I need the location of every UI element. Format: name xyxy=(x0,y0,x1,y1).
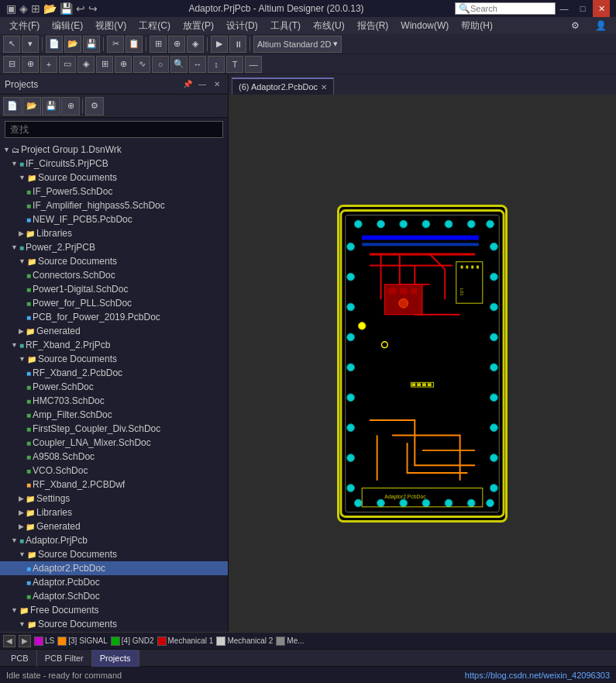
menu-edit[interactable]: 编辑(E) xyxy=(46,18,89,34)
tb-open-btn[interactable]: 📂 xyxy=(64,36,81,53)
layer-mechanical2[interactable]: Mechanical 2 xyxy=(216,636,273,646)
layer-gnd2[interactable]: [4] GND2 xyxy=(111,636,154,646)
sidebar-new-file-btn[interactable]: 📄 xyxy=(3,97,22,116)
close-button[interactable]: ✕ xyxy=(593,0,610,17)
layer-nav-left[interactable]: ◀ xyxy=(3,635,15,647)
tb-grid-btn[interactable]: ⊞ xyxy=(150,36,167,53)
tb-select-dropdown[interactable]: ▾ xyxy=(22,36,39,53)
tree-item-free-source[interactable]: ▼ 📁 Source Documents xyxy=(0,617,228,631)
tree-item-rf-libraries[interactable]: ▶ 📁 Libraries xyxy=(0,505,228,519)
tb-select-btn[interactable]: ↖ xyxy=(3,36,20,53)
standard-2d-dropdown[interactable]: Altium Standard 2D ▾ xyxy=(253,36,342,53)
tree-item-a9508[interactable]: ■ A9508.SchDoc xyxy=(0,450,228,464)
tb-copy-btn[interactable]: 📋 xyxy=(126,36,143,53)
tree-item-if-source-docs[interactable]: ▼ 📁 Source Documents xyxy=(0,171,228,185)
tree-item-rf-power[interactable]: ■ Power.SchDoc xyxy=(0,380,228,394)
tree-item-adaptor-sch[interactable]: ■ Adaptor.SchDoc xyxy=(0,589,228,603)
tb2-circle-btn[interactable]: ○ xyxy=(152,56,169,73)
menu-view[interactable]: 视图(V) xyxy=(89,18,132,34)
tb-cut-btn[interactable]: ✂ xyxy=(107,36,124,53)
tb-layer-btn[interactable]: ◈ xyxy=(187,36,204,53)
tb-pause-btn[interactable]: ⏸ xyxy=(229,36,246,53)
sidebar-open-btn[interactable]: 📂 xyxy=(22,97,41,116)
tree-item-vco[interactable]: ■ VCO.SchDoc xyxy=(0,464,228,478)
tb2-grid-btn[interactable]: ⊞ xyxy=(96,56,113,73)
tree-item-hmc703[interactable]: ■ HMC703.SchDoc xyxy=(0,394,228,408)
menu-tools[interactable]: 工具(T) xyxy=(264,18,307,34)
tb2-place-btn[interactable]: ⊕ xyxy=(115,56,132,73)
tree-item-adaptor[interactable]: ▼ ■ Adaptor.PrjPcb xyxy=(0,533,228,547)
tb-new-btn[interactable]: 📄 xyxy=(46,36,63,53)
maximize-button[interactable]: □ xyxy=(574,0,591,17)
tree-item-amp-filter[interactable]: ■ Amp_Filter.SchDoc xyxy=(0,408,228,422)
sidebar-minimize-btn[interactable]: — xyxy=(196,78,208,91)
tb2-measure-v-btn[interactable]: ↕ xyxy=(208,56,225,73)
menu-help[interactable]: 帮助(H) xyxy=(455,18,499,34)
tree-item-rf-xband2[interactable]: ▼ ■ RF_Xband_2.PrjPcb xyxy=(0,338,228,352)
tree-item-pfga2[interactable]: ■ PFGA_2.PcbDoc xyxy=(0,631,228,632)
menu-design[interactable]: 设计(D) xyxy=(220,18,264,34)
tree-item-if-libraries[interactable]: ▶ 📁 Libraries xyxy=(0,226,228,240)
tb2-add-btn[interactable]: + xyxy=(40,56,57,73)
tb2-measure-h-btn[interactable]: ↔ xyxy=(189,56,206,73)
doc-tab-close-icon[interactable]: ✕ xyxy=(321,83,327,91)
sidebar-pin-btn[interactable]: 📌 xyxy=(181,78,194,91)
tree-item-adaptor-pcb[interactable]: ■ Adaptor.PcbDoc xyxy=(0,575,228,589)
layer-me[interactable]: Me... xyxy=(276,636,304,646)
tree-item-rf-generated[interactable]: ▶ 📁 Generated xyxy=(0,519,228,533)
tb2-line-btn[interactable]: — xyxy=(245,56,262,73)
tb-snap-btn[interactable]: ⊕ xyxy=(168,36,185,53)
tab-pcb-filter[interactable]: PCB Filter xyxy=(37,650,92,667)
menu-file[interactable]: 文件(F) xyxy=(3,18,46,34)
sidebar-settings-btn[interactable]: ⚙ xyxy=(85,97,104,116)
tree-item-power1-digital[interactable]: ■ Power1-Digital.SchDoc xyxy=(0,282,228,296)
tree-item-if-circuits[interactable]: ▼ ■ IF_Circuits5.PrjPCB xyxy=(0,157,228,171)
tb2-text-btn[interactable]: T xyxy=(226,56,243,73)
minimize-button[interactable]: — xyxy=(556,0,573,17)
menu-place[interactable]: 放置(P) xyxy=(177,18,220,34)
tree-item-firststep[interactable]: ■ FirstStep_Coupler_Div.SchDoc xyxy=(0,422,228,436)
tree-item-rf-pcb2[interactable]: ■ RF_Xband_2.PcbDoc xyxy=(0,366,228,380)
global-search-box[interactable]: 🔍 xyxy=(455,2,556,15)
tree-item-adaptor-source[interactable]: ▼ 📁 Source Documents xyxy=(0,547,228,561)
tab-projects[interactable]: Projects xyxy=(92,650,139,667)
search-input[interactable] xyxy=(470,4,552,13)
undo-toolbar-icon[interactable]: ↩ xyxy=(76,2,85,15)
layer-signal[interactable]: [3] SIGNAL xyxy=(57,636,108,646)
tb2-highlight-btn[interactable]: ⊕ xyxy=(22,56,39,73)
tree-item-power2[interactable]: ▼ ■ Power_2.PrjPCB xyxy=(0,240,228,254)
tree-item-rf-pcbdwf[interactable]: ■ RF_Xband_2.PCBDwf xyxy=(0,478,228,492)
layer-ls[interactable]: LS xyxy=(34,636,54,646)
layer-nav-right[interactable]: ▶ xyxy=(19,635,31,647)
tb2-zoom-btn[interactable]: 🔍 xyxy=(170,56,188,73)
tree-item-power-pll[interactable]: ■ Power_for_PLL.SchDoc xyxy=(0,296,228,310)
sidebar-add-btn[interactable]: ⊕ xyxy=(61,97,80,116)
document-tab-adaptor2[interactable]: (6) Adaptor2.PcbDoc ✕ xyxy=(232,78,334,95)
tree-item-rf-source[interactable]: ▼ 📁 Source Documents xyxy=(0,352,228,366)
settings-icon[interactable]: ⚙ xyxy=(565,19,586,33)
menu-project[interactable]: 工程(C) xyxy=(132,18,177,34)
tb2-filter-btn[interactable]: ⊟ xyxy=(3,56,20,73)
tree-item-pcb-power2019[interactable]: ■ PCB_for_Power_2019.PcbDoc xyxy=(0,310,228,324)
tree-item-coupler-lna[interactable]: ■ Coupler_LNA_Mixer.SchDoc xyxy=(0,436,228,450)
menu-window[interactable]: Window(W) xyxy=(394,19,455,33)
layer-mechanical1[interactable]: Mechanical 1 xyxy=(157,636,214,646)
user-icon[interactable]: 👤 xyxy=(589,19,613,33)
tree-item-rf-settings[interactable]: ▶ 📁 Settings xyxy=(0,492,228,505)
tree-item-if-amplifier[interactable]: ■ IF_Amplifier_highpass5.SchDoc xyxy=(0,198,228,212)
tb2-arc-btn[interactable]: ∿ xyxy=(133,56,150,73)
menu-reports[interactable]: 报告(R) xyxy=(351,18,395,34)
sidebar-save-btn[interactable]: 💾 xyxy=(42,97,60,116)
tree-item-if-pcb5[interactable]: ■ NEW_IF_PCB5.PcbDoc xyxy=(0,212,228,226)
pcb-canvas-area[interactable]: Adaptor2.PcbDoc L01 xyxy=(229,95,616,632)
tree-item-project-group[interactable]: ▼ 🗂 Project Group 1.DsnWrk xyxy=(0,143,228,157)
tb2-poly-btn[interactable]: ◈ xyxy=(77,56,95,73)
sidebar-search-input[interactable] xyxy=(5,121,223,138)
tree-item-power2-source[interactable]: ▼ 📁 Source Documents xyxy=(0,254,228,268)
tree-item-if-power5[interactable]: ■ IF_Power5.SchDoc xyxy=(0,185,228,198)
tb-run-btn[interactable]: ▶ xyxy=(211,36,228,53)
redo-toolbar-icon[interactable]: ↪ xyxy=(88,2,98,15)
tb2-rect-btn[interactable]: ▭ xyxy=(59,56,76,73)
sidebar-close-btn[interactable]: ✕ xyxy=(211,78,223,91)
tb-save-btn[interactable]: 💾 xyxy=(83,36,100,53)
